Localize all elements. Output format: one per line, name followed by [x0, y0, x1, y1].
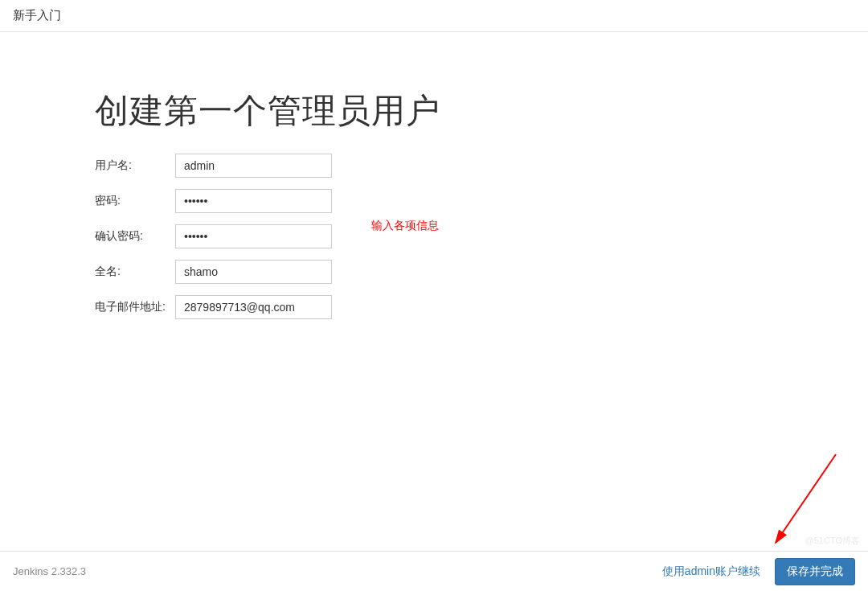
form-row-fullname: 全名:	[95, 260, 868, 284]
username-label: 用户名:	[95, 158, 175, 173]
annotation-text: 输入各项信息	[371, 219, 439, 233]
continue-as-admin-link[interactable]: 使用admin账户继续	[662, 564, 760, 579]
save-and-finish-button[interactable]: 保存并完成	[775, 558, 855, 585]
form-row-email: 电子邮件地址:	[95, 295, 868, 319]
email-input[interactable]	[175, 295, 332, 319]
footer-version: Jenkins 2.332.3	[13, 565, 86, 577]
password-input[interactable]	[175, 189, 332, 213]
fullname-input[interactable]	[175, 260, 332, 284]
main-content: 创建第一个管理员用户 用户名: 密码: 确认密码: 全名: 电子邮件地址:	[0, 32, 868, 319]
password-label: 密码:	[95, 194, 175, 208]
page-title: 创建第一个管理员用户	[95, 88, 868, 133]
form-row-username: 用户名:	[95, 154, 868, 178]
email-label: 电子邮件地址:	[95, 300, 175, 314]
svg-line-1	[776, 454, 836, 543]
header-title: 新手入门	[13, 8, 61, 22]
form-row-password: 密码:	[95, 189, 868, 213]
fullname-label: 全名:	[95, 265, 175, 279]
confirm-password-input[interactable]	[175, 224, 332, 248]
form-row-confirm-password: 确认密码:	[95, 224, 868, 248]
username-input[interactable]	[175, 154, 332, 178]
footer: Jenkins 2.332.3 使用admin账户继续 保存并完成	[0, 551, 868, 591]
footer-actions: 使用admin账户继续 保存并完成	[662, 558, 855, 585]
confirm-password-label: 确认密码:	[95, 229, 175, 244]
header: 新手入门	[0, 0, 868, 32]
watermark: @51CTO博客	[805, 535, 860, 547]
